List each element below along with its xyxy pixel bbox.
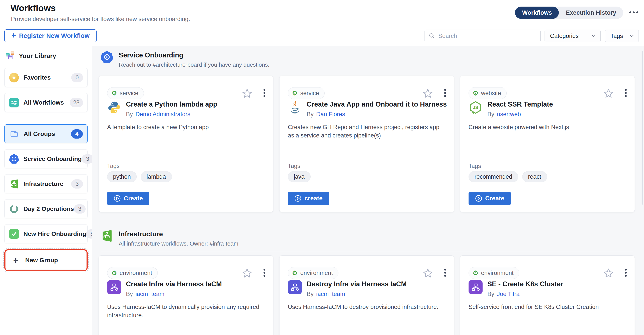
tag-pill: recommended bbox=[468, 171, 518, 182]
gear-icon: ⚙ bbox=[111, 270, 117, 276]
card-title: React SSR Template bbox=[488, 100, 553, 108]
card-description: Creates new GH Repo and Harness project,… bbox=[288, 123, 441, 140]
sidebar-item-favorites[interactable]: ★ Favorites 0 bbox=[4, 68, 88, 87]
favorite-star-icon[interactable] bbox=[423, 268, 433, 278]
card-description: Create a website powered with Next.js bbox=[468, 123, 622, 131]
page-subtitle: Provide developer self-service for flows… bbox=[11, 16, 190, 23]
create-button[interactable]: Create bbox=[107, 192, 150, 205]
page-header: Workflows Provide developer self-service… bbox=[0, 0, 644, 26]
category-chip: ⚙ environment bbox=[288, 267, 338, 279]
tag-pill: react bbox=[522, 171, 547, 182]
cards-row: ⚙ environment Create Infra via Harnes bbox=[98, 255, 635, 335]
count-badge: 0 bbox=[71, 73, 83, 82]
author-link[interactable]: Demo Administrators bbox=[136, 111, 190, 118]
sidebar-item-new-hire-onboarding[interactable]: New Hire Onboarding 5 bbox=[4, 224, 88, 243]
category-chip: ⚙ environment bbox=[107, 267, 158, 279]
section-title: Infrastructure bbox=[119, 230, 238, 238]
sidebar-item-new-group[interactable]: + New Group bbox=[6, 251, 86, 269]
create-button[interactable]: create bbox=[288, 192, 329, 205]
kebab-menu-icon[interactable] bbox=[263, 89, 266, 97]
workflow-glyph-icon bbox=[288, 280, 302, 294]
play-icon bbox=[114, 195, 121, 202]
tab-execution-history[interactable]: Execution History bbox=[559, 7, 623, 19]
card-description: A template to create a new Python app bbox=[107, 123, 260, 131]
tag-pill: python bbox=[107, 171, 137, 182]
section-header-service-onboarding: Service Onboarding Reach out to #archite… bbox=[101, 51, 270, 68]
author-link[interactable]: Joe Titra bbox=[497, 291, 520, 297]
author-link[interactable]: user:web bbox=[497, 111, 521, 118]
cards-row: ⚙ service Create a Python lambda app bbox=[98, 76, 635, 212]
search-icon bbox=[429, 33, 435, 39]
kebab-menu-icon[interactable] bbox=[624, 89, 627, 97]
workflow-card-se-create-k8s: ⚙ environment SE - Create K8s Cluster bbox=[460, 255, 635, 335]
favorite-star-icon[interactable] bbox=[604, 88, 614, 98]
sidebar-item-infrastructure[interactable]: Infrastructure 3 bbox=[4, 174, 88, 193]
tag-pill: java bbox=[288, 171, 310, 182]
favorites-star-icon: ★ bbox=[9, 73, 19, 83]
kubernetes-icon bbox=[101, 51, 113, 63]
svg-text:JS: JS bbox=[473, 105, 478, 110]
count-badge: 23 bbox=[70, 98, 83, 107]
tag-list: java bbox=[288, 171, 310, 182]
annotation-highlight: + New Group bbox=[4, 249, 88, 271]
python-logo-icon bbox=[107, 100, 121, 114]
count-badge: 3 bbox=[74, 204, 86, 214]
category-chip: ⚙ website bbox=[468, 87, 507, 99]
kebab-menu-icon[interactable] bbox=[263, 268, 266, 277]
card-byline: By Dan Flores bbox=[307, 111, 447, 118]
section-subtitle: Reach out to #architecture-board if you … bbox=[119, 61, 270, 68]
card-byline: By Demo Administrators bbox=[126, 111, 217, 118]
kebab-menu-icon[interactable] bbox=[444, 268, 446, 277]
sidebar-item-day-2-operations[interactable]: Day 2 Operations 3 bbox=[4, 199, 88, 218]
workflow-glyph-icon bbox=[468, 280, 482, 294]
gear-icon: ⚙ bbox=[473, 90, 478, 97]
favorite-star-icon[interactable] bbox=[242, 268, 252, 278]
favorite-star-icon[interactable] bbox=[242, 88, 252, 98]
tag-list: python lambda bbox=[107, 171, 172, 182]
view-toggle: Workflows Execution History bbox=[515, 7, 623, 19]
search-input[interactable] bbox=[438, 33, 536, 40]
folder-icon bbox=[9, 129, 19, 139]
tags-dropdown[interactable]: Tags bbox=[605, 30, 639, 42]
sidebar-item-service-onboarding[interactable]: Service Onboarding 3 bbox=[4, 149, 88, 168]
author-link[interactable]: iacm_team bbox=[136, 291, 164, 297]
section-title: Service Onboarding bbox=[119, 51, 270, 59]
scrollbar-thumb[interactable] bbox=[642, 51, 643, 205]
kebab-menu-icon[interactable] bbox=[444, 89, 446, 97]
category-chip: ⚙ service bbox=[107, 87, 144, 99]
toolbar: + Register New Workflow Categories Tags bbox=[0, 26, 644, 46]
sidebar-item-all-groups[interactable]: All Groups 4 bbox=[4, 124, 88, 143]
card-byline: By user:web bbox=[488, 111, 553, 118]
main-content: Service Onboarding Reach out to #archite… bbox=[92, 46, 644, 335]
sidebar: Your Library ★ Favorites 0 All Workflows bbox=[0, 46, 92, 335]
register-new-workflow-button[interactable]: + Register New Workflow bbox=[4, 29, 96, 42]
category-chip: ⚙ environment bbox=[468, 267, 519, 279]
infrastructure-icon bbox=[9, 179, 19, 189]
search-box[interactable] bbox=[424, 30, 540, 42]
day-2-operations-icon bbox=[9, 204, 19, 214]
java-logo-icon bbox=[288, 100, 302, 114]
count-badge: 4 bbox=[71, 129, 83, 139]
overflow-menu-icon[interactable] bbox=[629, 12, 638, 13]
card-title: SE - Create K8s Cluster bbox=[488, 280, 563, 288]
author-link[interactable]: Dan Flores bbox=[316, 111, 345, 118]
category-chip: ⚙ service bbox=[288, 87, 325, 99]
workflow-card-python-lambda: ⚙ service Create a Python lambda app bbox=[98, 76, 273, 212]
nodejs-logo-icon: JS bbox=[468, 100, 482, 114]
library-label: Your Library bbox=[19, 52, 56, 60]
plus-icon: + bbox=[11, 255, 21, 265]
kebab-menu-icon[interactable] bbox=[624, 268, 627, 277]
card-byline: By Joe Titra bbox=[488, 291, 563, 297]
card-title: Create Infra via Harness IaCM bbox=[126, 280, 222, 288]
favorite-star-icon[interactable] bbox=[423, 88, 433, 98]
categories-dropdown[interactable]: Categories bbox=[544, 30, 601, 42]
author-link[interactable]: iacm_team bbox=[316, 291, 345, 297]
card-description: Self-service front end for SE K8s Cluste… bbox=[468, 303, 622, 311]
create-button[interactable]: Create bbox=[468, 192, 511, 205]
sidebar-item-all-workflows[interactable]: All Workflows 23 bbox=[4, 93, 88, 112]
section-header-infrastructure: Infrastructure All infrastructure workfl… bbox=[101, 230, 238, 247]
gear-icon: ⚙ bbox=[292, 90, 298, 97]
tab-workflows[interactable]: Workflows bbox=[515, 7, 559, 19]
favorite-star-icon[interactable] bbox=[604, 268, 614, 278]
library-header: Your Library bbox=[5, 51, 56, 61]
